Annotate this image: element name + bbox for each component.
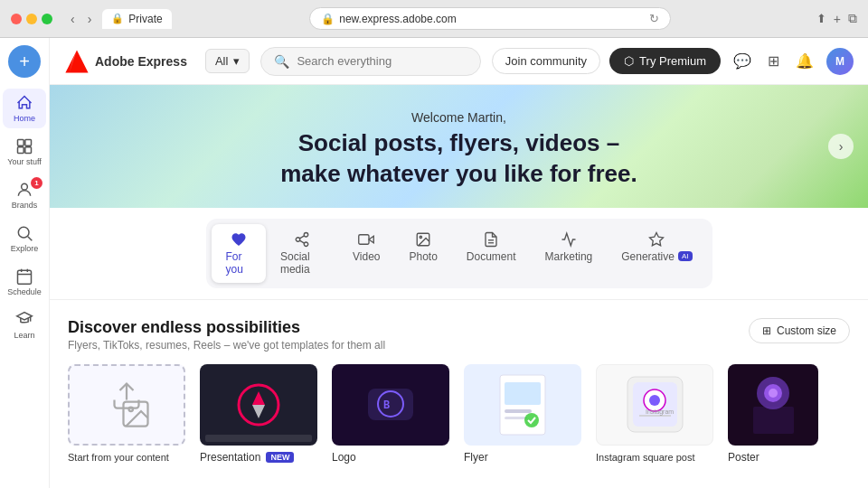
reload-icon[interactable]: ↻ (649, 12, 659, 25)
svg-point-36 (524, 413, 539, 427)
insta-card-label: Instagram square post (596, 451, 713, 464)
share-button[interactable]: ⬆ (816, 11, 826, 26)
custom-size-button[interactable]: ⊞ Custom size (749, 318, 850, 343)
tab-for-you[interactable]: For you (212, 224, 266, 283)
try-premium-label: Try Premium (639, 54, 706, 68)
discover-title-block: Discover endless possibilities Flyers, T… (68, 318, 385, 352)
template-card-poster[interactable]: Poster (728, 364, 818, 464)
traffic-light-yellow[interactable] (26, 14, 37, 24)
browser-tab[interactable]: 🔒 Private (102, 9, 171, 29)
template-card-logo[interactable]: B Logo (332, 364, 449, 464)
tab-marketing-label: Marketing (545, 250, 593, 263)
tab-document-label: Document (467, 250, 516, 263)
sidebar: + Home Your stuff Brands 1 Explore Sched… (0, 38, 50, 488)
template-card-instagram[interactable]: Instagram Instagram square post (596, 364, 713, 464)
svg-rect-43 (753, 407, 794, 434)
flyer-card-label: Flyer (464, 451, 581, 464)
premium-diamond-icon: ⬡ (624, 54, 634, 68)
try-premium-button[interactable]: ⬡ Try Premium (609, 48, 721, 74)
nav-forward-button[interactable]: › (84, 10, 96, 28)
schedule-icon (15, 267, 33, 286)
category-select[interactable]: All ▾ (205, 49, 250, 73)
header-actions: Join community ⬡ Try Premium 💬 ⊞ 🔔 M (492, 48, 854, 75)
for-you-icon (231, 231, 247, 248)
template-cards: Start from your content Presentation (68, 364, 850, 471)
chevron-down-icon: ▾ (233, 54, 240, 68)
resize-icon: ⊞ (762, 324, 771, 337)
social-media-icon (294, 231, 310, 248)
hero-next-arrow[interactable]: › (828, 134, 854, 159)
start-card-image (68, 364, 185, 446)
template-card-start[interactable]: Start from your content (68, 364, 185, 464)
svg-rect-33 (505, 382, 541, 405)
template-card-presentation[interactable]: Presentation NEW (200, 364, 317, 464)
hero-banner: Welcome Martin, Social posts, flyers, vi… (50, 85, 868, 208)
join-community-button[interactable]: Join community (492, 48, 600, 74)
svg-point-14 (304, 232, 308, 237)
category-value: All (215, 54, 228, 68)
tab-for-you-label: For you (226, 250, 251, 276)
create-button[interactable]: + (8, 45, 41, 78)
sidebar-home-label: Home (14, 114, 35, 123)
notifications-button[interactable]: 🔔 (792, 49, 817, 73)
sidebar-item-brands[interactable]: Brands 1 (3, 175, 46, 215)
url-text: new.express.adobe.com (339, 13, 456, 25)
hero-title-line1: Social posts, flyers, videos – (298, 129, 619, 156)
messages-button[interactable]: 💬 (730, 49, 755, 73)
tab-bar: ‹ › (67, 10, 95, 28)
brands-notification-badge: 1 (31, 177, 42, 189)
tab-photo-label: Photo (409, 250, 437, 263)
svg-marker-19 (369, 236, 373, 243)
tab-icon: 🔒 (111, 13, 124, 24)
content-tabs: For you Social media Video Photo (206, 219, 712, 288)
tab-video[interactable]: Video (338, 224, 394, 283)
tab-label: Private (128, 13, 162, 25)
traffic-light-red[interactable] (11, 14, 22, 24)
search-input[interactable] (297, 54, 467, 68)
search-bar[interactable]: 🔍 (260, 47, 480, 76)
content-tabs-wrapper: For you Social media Video Photo (50, 219, 868, 300)
start-card-label: Start from your content (68, 451, 185, 464)
svg-rect-20 (359, 234, 369, 244)
svg-text:B: B (383, 399, 390, 411)
sidebar-item-your-stuff[interactable]: Your stuff (3, 132, 46, 172)
user-avatar[interactable]: M (826, 48, 854, 75)
discover-subtitle: Flyers, TikToks, resumes, Reels – we've … (68, 339, 385, 352)
apps-button[interactable]: ⊞ (764, 49, 783, 73)
tab-document[interactable]: Document (452, 224, 531, 283)
tab-generative[interactable]: GenerativeAI (607, 224, 706, 283)
hero-title-line2: make whatever you like for free. (280, 160, 637, 187)
sidebar-item-schedule[interactable]: Schedule (3, 262, 46, 302)
logo-card-label: Logo (332, 451, 449, 464)
sidebar-learn-label: Learn (14, 331, 34, 340)
sidebar-item-home[interactable]: Home (3, 89, 46, 128)
sidebar-brands-label: Brands (12, 201, 38, 210)
svg-rect-3 (25, 147, 32, 154)
address-bar[interactable]: 🔒 new.express.adobe.com ↻ (309, 7, 671, 30)
sidebar-item-explore[interactable]: Explore (3, 219, 46, 258)
svg-rect-29 (368, 389, 413, 420)
poster-card-image (728, 364, 818, 446)
tab-social-media[interactable]: Social media (266, 224, 338, 283)
insta-card-image: Instagram (596, 364, 713, 446)
traffic-light-green[interactable] (42, 14, 52, 24)
svg-point-5 (18, 227, 29, 238)
discover-section: Discover endless possibilities Flyers, T… (50, 300, 868, 480)
svg-point-4 (22, 183, 28, 190)
adobe-logo-icon (64, 49, 90, 74)
new-tab-button[interactable]: + (834, 11, 841, 26)
sidebar-item-learn[interactable]: Learn (3, 305, 46, 345)
plus-icon: + (19, 52, 30, 72)
logo-card-image: B (332, 364, 449, 446)
main-content: Welcome Martin, Social posts, flyers, vi… (50, 85, 868, 488)
learn-icon (15, 311, 33, 329)
hero-title: Social posts, flyers, videos – make what… (280, 128, 637, 190)
sidebar-explore-label: Explore (11, 244, 39, 253)
tab-photo[interactable]: Photo (394, 224, 451, 283)
tab-marketing[interactable]: Marketing (531, 224, 608, 283)
brand-name: Adobe Express (95, 54, 187, 69)
tabs-overview-button[interactable]: ⧉ (848, 11, 857, 26)
nav-back-button[interactable]: ‹ (67, 10, 79, 28)
template-card-flyer[interactable]: Flyer (464, 364, 581, 464)
generative-icon (648, 231, 665, 248)
